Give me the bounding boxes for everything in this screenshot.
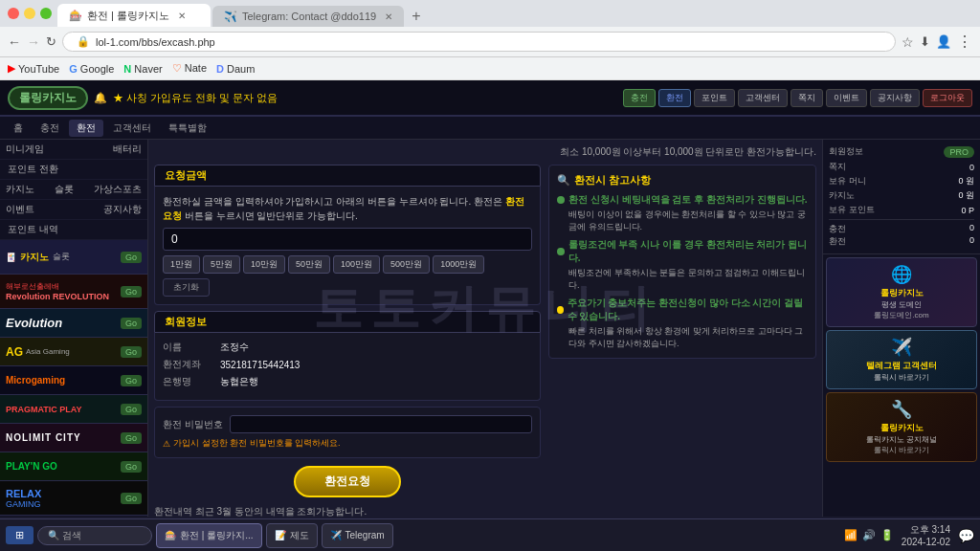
bookmarks-bar: ▶ YouTube G Google N Naver ♡ Nate D Daum xyxy=(0,57,980,80)
point-label: 보유 포인트 xyxy=(829,204,875,216)
game-banner-casino[interactable]: 🃏 카지노 슬롯 Go xyxy=(0,240,147,275)
game-banner-revolution[interactable]: 해부로선출레배 Revolution REVOLUTION Go xyxy=(0,275,147,309)
sidebar-item-minigame[interactable]: 미니게임 배터리 xyxy=(0,140,147,160)
sub-nav-special[interactable]: 특특별함 xyxy=(161,120,214,137)
game-banner-ag[interactable]: AG Asia Gaming Go xyxy=(0,338,147,366)
site-logo[interactable]: 롤링카지노 xyxy=(8,86,88,110)
evolution-go-btn[interactable]: Go xyxy=(121,318,142,329)
amount-5m[interactable]: 500만원 xyxy=(383,255,430,274)
nav-withdraw-btn[interactable]: 환전 xyxy=(658,89,691,107)
amount-500k[interactable]: 50만원 xyxy=(288,255,330,274)
password-label: 환전 비밀번호 xyxy=(163,418,230,431)
sub-nav-home[interactable]: 홈 xyxy=(6,120,31,137)
nav-notice-btn[interactable]: 공지사항 xyxy=(870,89,920,107)
banner3-sub2: 롤릭시 바로가기 xyxy=(833,445,970,455)
window-min-btn[interactable] xyxy=(24,8,35,19)
address-bar[interactable]: 🔒 lol-1.com/bbs/excash.php xyxy=(62,32,896,52)
window-close-btn[interactable] xyxy=(8,8,19,19)
micro-go-btn[interactable]: Go xyxy=(121,375,142,386)
ag-go-btn[interactable]: Go xyxy=(121,346,142,358)
password-input[interactable] xyxy=(230,415,532,433)
withdraw-count-value: 0 xyxy=(969,235,974,248)
bookmark-google[interactable]: G Google xyxy=(69,63,114,75)
nav-support-btn[interactable]: 고객센터 xyxy=(738,89,788,107)
bookmark-daum[interactable]: D Daum xyxy=(216,63,255,75)
start-btn[interactable]: ⊞ xyxy=(6,526,33,544)
casino-go-btn[interactable]: Go xyxy=(121,252,142,263)
profile-btn[interactable]: 👤 xyxy=(936,34,951,49)
point-value: 0 P xyxy=(961,206,974,215)
amount-10k[interactable]: 1만원 xyxy=(163,255,200,274)
playgo-go-btn[interactable]: Go xyxy=(121,461,142,473)
bank-value: 농협은행 xyxy=(220,375,258,388)
download-btn[interactable]: ⬇ xyxy=(920,34,930,49)
nav-logout-btn[interactable]: 로그아웃 xyxy=(923,89,972,107)
amount-1m[interactable]: 100만원 xyxy=(333,255,380,274)
circle-icon-2 xyxy=(557,248,565,255)
site-notice: ★ 사칭 가입유도 전화 및 문자 없음 xyxy=(113,91,617,105)
taskbar-app-notepad[interactable]: 📝 제도 xyxy=(266,523,318,548)
sub-nav-withdraw[interactable]: 환전 xyxy=(69,120,103,137)
browser-tab-active[interactable]: 🎰 환전 | 롤링카지노 ✕ xyxy=(57,4,211,27)
section-label-amount: 요청금액 xyxy=(154,165,541,187)
taskbar-telegram-label: Telegram xyxy=(345,530,385,540)
nav-charge-btn[interactable]: 충전 xyxy=(623,89,656,107)
site-notice-bell: 🔔 xyxy=(94,92,107,104)
name-value: 조정수 xyxy=(220,341,249,354)
amount-10m[interactable]: 1000만원 xyxy=(433,255,484,274)
tool-icon: 🔧 xyxy=(833,399,970,420)
relax-go-btn[interactable]: Go xyxy=(121,493,142,504)
tab2-close[interactable]: ✕ xyxy=(385,11,392,22)
game-banner-micro[interactable]: Microgaming Go xyxy=(0,366,147,395)
password-warning: ⚠ 가입시 설정한 환전 비밀번호를 입력하세요. xyxy=(163,437,532,450)
nav-event-btn[interactable]: 이벤트 xyxy=(826,89,867,107)
bookmark-nate[interactable]: ♡ Nate xyxy=(172,62,207,75)
reset-btn[interactable]: 초기화 xyxy=(163,278,210,297)
browser-tab-inactive[interactable]: ✈️ Telegram: Contact @ddo119 ✕ xyxy=(212,6,404,27)
game-banner-nolimit[interactable]: NOLIMIT CITY Go xyxy=(0,424,147,452)
taskbar-search[interactable]: 🔍 검색 xyxy=(37,526,152,545)
site-header: 롤링카지노 🔔 ★ 사칭 가입유도 전화 및 문자 없음 충전 환전 포인트 고… xyxy=(0,80,980,117)
sidebar-item-pointhistory[interactable]: 포인트 내역 xyxy=(0,220,147,240)
sub-nav-support[interactable]: 고객센터 xyxy=(105,120,159,137)
revolution-go-btn[interactable]: Go xyxy=(121,286,142,298)
nolimit-go-btn[interactable]: Go xyxy=(121,432,142,444)
bookmark-youtube[interactable]: ▶ YouTube xyxy=(8,62,59,75)
submit-btn[interactable]: 환전요청 xyxy=(294,466,401,497)
bookmark-naver[interactable]: N Naver xyxy=(123,63,162,75)
amount-100k[interactable]: 10만원 xyxy=(243,255,285,274)
amount-50k[interactable]: 5만원 xyxy=(203,255,240,274)
game-banner-relax[interactable]: RELAX GAMING Go xyxy=(0,481,147,516)
sidebar-item-event[interactable]: 이벤트 공지사항 xyxy=(0,200,147,220)
circle-icon-3 xyxy=(557,306,564,314)
game-banner-playgo[interactable]: PLAY'N GO Go xyxy=(0,452,147,481)
new-tab-btn[interactable]: + xyxy=(406,8,426,25)
info-box: 🔍 환전시 참고사항 환전 신청시 베팅내역을 검토 후 환전처리가 진행됩니다… xyxy=(548,165,816,359)
password-section: 환전 비밀번호 ⚠ 가입시 설정한 환전 비밀번호를 입력하세요. xyxy=(154,407,541,458)
star-btn[interactable]: ☆ xyxy=(902,34,914,50)
banner3-title: 롤링카지노 xyxy=(833,422,970,434)
game-banner-evolution[interactable]: Evolution Go xyxy=(0,309,147,338)
nav-point-btn[interactable]: 포인트 xyxy=(694,89,735,107)
charge-count-label: 충전 xyxy=(829,223,846,235)
info-title: 🔍 환전시 참고사항 xyxy=(557,173,808,187)
sub-nav-charge[interactable]: 충전 xyxy=(33,120,67,137)
tab-close[interactable]: ✕ xyxy=(178,11,186,21)
game-banner-pragmatic[interactable]: PRAGMATIC PLAY Go xyxy=(0,395,147,424)
right-banner-1[interactable]: 🌐 롤링카지노 평생 도메인 롤링도메인.com xyxy=(826,257,977,327)
notification-btn[interactable]: 💬 xyxy=(958,528,974,543)
taskbar-app-telegram[interactable]: ✈️ Telegram xyxy=(322,523,393,548)
sidebar-item-point[interactable]: 포인트 전환 xyxy=(0,160,147,180)
taskbar-app-browser[interactable]: 🎰 환전 | 롤링카지... xyxy=(156,523,262,548)
right-banner-3[interactable]: 🔧 롤링카지노 롤릭카지노 공지채널 롤릭시 바로가기 xyxy=(826,392,977,462)
back-btn[interactable]: ← xyxy=(8,34,21,50)
nav-message-btn[interactable]: 쪽지 xyxy=(791,89,823,107)
forward-btn[interactable]: → xyxy=(27,34,40,50)
pragmatic-go-btn[interactable]: Go xyxy=(121,404,142,415)
right-banner-2[interactable]: ✈️ 텔레그램 고객센터 롤릭시 바로가기 xyxy=(826,330,977,389)
menu-btn[interactable]: ⋮ xyxy=(957,33,972,51)
window-max-btn[interactable] xyxy=(40,8,52,19)
amount-input[interactable] xyxy=(163,228,532,251)
refresh-btn[interactable]: ↻ xyxy=(46,34,56,49)
user-info-label: 회원정보 xyxy=(829,145,863,158)
